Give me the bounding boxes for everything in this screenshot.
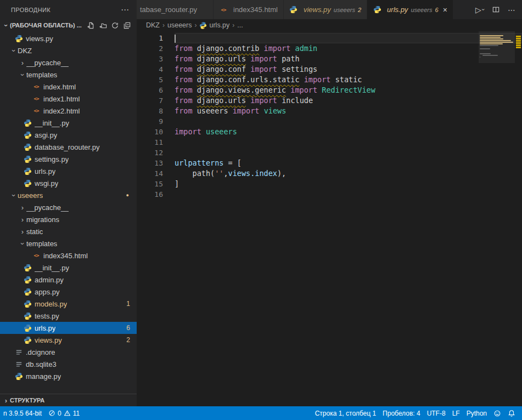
cursor-position-item[interactable]: Строка 1, столбец 1	[312, 406, 379, 420]
encoding-label: UTF-8	[427, 410, 446, 417]
code-line[interactable]: 2from django.contrib import admin	[137, 43, 522, 54]
code-editor[interactable]: 12from django.contrib import admin3from …	[137, 31, 522, 406]
file-name-label: views.py	[35, 336, 62, 344]
tree-folder-useeers[interactable]: ›useeers●	[0, 189, 137, 201]
html-file-icon: <>	[32, 106, 41, 115]
tree-folder-migrations[interactable]: ›migrations	[0, 213, 137, 225]
file-name-label: index.html	[43, 83, 76, 91]
code-line[interactable]: 7from django.urls import include	[137, 95, 522, 106]
tree-file-db.sqlite3[interactable]: db.sqlite3	[0, 358, 137, 370]
collapse-all-button[interactable]	[122, 21, 131, 30]
language-mode-item[interactable]: Python	[463, 406, 490, 420]
editor-more-button[interactable]: ⋯	[508, 5, 515, 14]
refresh-icon[interactable]	[110, 21, 119, 30]
line-number: 15	[137, 179, 163, 189]
code-line[interactable]: 16	[137, 189, 522, 200]
breadcrumb-item-folder[interactable]: DKZ	[146, 21, 160, 29]
tree-file-urls.py[interactable]: urls.py	[0, 165, 137, 177]
code-line[interactable]: 1	[137, 33, 522, 43]
tree-file-database_roouter.py[interactable]: database_roouter.py	[0, 141, 137, 153]
tree-file-index.html[interactable]: <>index.html	[0, 81, 137, 93]
warning-marker	[516, 38, 521, 39]
python-file-icon	[23, 130, 32, 139]
tab-index345.html[interactable]: <>index345.html	[214, 0, 284, 19]
code-line[interactable]: 6from django.views.generic import Redire…	[137, 85, 522, 95]
close-icon[interactable]: ×	[443, 6, 447, 14]
tree-file-index345.html[interactable]: <>index345.html	[0, 249, 137, 262]
tree-file-views.py[interactable]: views.py2	[0, 334, 137, 346]
tree-file-asgi.py[interactable]: asgi.py	[0, 129, 137, 141]
code-line[interactable]: 14 path('',views.index),	[137, 168, 522, 179]
code-line[interactable]: 11	[137, 137, 522, 147]
tree-file-__init__.py[interactable]: __init__.py	[0, 262, 137, 274]
notifications-bell-button[interactable]	[504, 406, 519, 420]
explorer-sidebar: ПРОВОДНИК ⋯ › (РАБОЧАЯ ОБЛАСТЬ) ... view…	[0, 0, 137, 406]
tree-file-index1.html[interactable]: <>index1.html	[0, 93, 137, 105]
run-button[interactable]: ▷ ›	[475, 5, 484, 14]
chevron-down-icon: ›	[2, 21, 10, 29]
python-file-icon	[23, 311, 32, 320]
tree-folder-templates[interactable]: ›templates	[0, 237, 137, 249]
explorer-actions	[86, 21, 137, 30]
encoding-item[interactable]: UTF-8	[424, 406, 449, 420]
tabs: tabase_roouter.py<>index345.htmlviews.py…	[137, 0, 469, 19]
warning-marker	[516, 42, 521, 44]
code-line[interactable]: 3from django.urls import path	[137, 54, 522, 64]
tab-label: views.py	[304, 5, 331, 14]
code-line[interactable]: 9	[137, 116, 522, 127]
new-file-button[interactable]	[86, 21, 95, 30]
problems-indicator[interactable]: 0 11	[45, 406, 83, 420]
code-line[interactable]: 8from useeers import views	[137, 106, 522, 116]
tree-file-settings.py[interactable]: settings.py	[0, 153, 137, 165]
tree-file-manage.py[interactable]: manage.py	[0, 370, 137, 382]
outline-section-header[interactable]: › СТРУКТУРА	[0, 394, 137, 406]
tree-file-tests.py[interactable]: tests.py	[0, 310, 137, 322]
explorer-more-button[interactable]: ⋯	[121, 5, 129, 15]
new-folder-button[interactable]	[98, 21, 107, 30]
eol-item[interactable]: LF	[449, 406, 463, 420]
tree-file-admin.py[interactable]: admin.py	[0, 274, 137, 286]
chevron-down-icon: ›	[480, 9, 486, 10]
tree-file-apps.py[interactable]: apps.py	[0, 286, 137, 298]
minimap-content	[479, 33, 513, 60]
tree-folder-templates[interactable]: ›templates	[0, 69, 137, 81]
tree-file-urls.py[interactable]: urls.py6	[0, 322, 137, 334]
file-name-label: index2.html	[43, 107, 80, 115]
breadcrumb-item-folder[interactable]: useeers	[167, 21, 192, 29]
tree-file-index2.html[interactable]: <>index2.html	[0, 105, 137, 117]
code-line[interactable]: 12	[137, 147, 522, 158]
code-line[interactable]: 10import useeers	[137, 127, 522, 137]
tree-folder-DKZ[interactable]: ›DKZ	[0, 44, 137, 56]
html-file-icon: <>	[32, 82, 41, 91]
python-file-icon	[23, 179, 32, 188]
code-line[interactable]: 5from django.conf.urls.static import sta…	[137, 75, 522, 85]
tree-file-wsgi.py[interactable]: wsgi.py	[0, 177, 137, 189]
line-number: 13	[137, 158, 163, 168]
line-number: 8	[137, 106, 163, 116]
warning-marker	[516, 40, 521, 42]
tree-folder-__pycache__[interactable]: ›__pycache__	[0, 201, 137, 213]
tree-folder-__pycache__[interactable]: ›__pycache__	[0, 56, 137, 69]
workspace-section-header[interactable]: › (РАБОЧАЯ ОБЛАСТЬ) ...	[0, 19, 137, 31]
tab-views.py[interactable]: views.pyuseeers2	[284, 0, 367, 19]
feedback-button[interactable]	[490, 406, 504, 420]
code-line[interactable]: 13urlpatterns = [	[137, 158, 522, 168]
tab-tabase_roouter.py[interactable]: tabase_roouter.py	[137, 0, 214, 19]
python-file-icon	[14, 34, 23, 43]
breadcrumb-item-file[interactable]: urls.py	[209, 21, 229, 29]
python-interpreter-item[interactable]: n 3.9.5 64-bit	[0, 406, 45, 420]
code-line[interactable]: 15]	[137, 179, 522, 189]
python-file-icon	[199, 21, 207, 29]
split-editor-button[interactable]	[492, 5, 500, 14]
tab-urls.py[interactable]: urls.pyuseeers6×	[367, 0, 453, 19]
indentation-item[interactable]: Пробелов: 4	[379, 406, 424, 420]
tree-file-.dcignore[interactable]: .dcignore	[0, 346, 137, 358]
chevron-right-icon: ›	[2, 396, 10, 405]
tree-folder-static[interactable]: ›static	[0, 225, 137, 237]
minimap[interactable]	[479, 31, 515, 406]
code-line[interactable]: 4from django.conf import settings	[137, 64, 522, 75]
breadcrumb-item-symbol[interactable]: ...	[237, 21, 243, 29]
tree-file-views.py[interactable]: views.py	[0, 32, 137, 44]
tree-file-__init__.py[interactable]: __init__.py	[0, 117, 137, 129]
tree-file-models.py[interactable]: models.py1	[0, 298, 137, 310]
